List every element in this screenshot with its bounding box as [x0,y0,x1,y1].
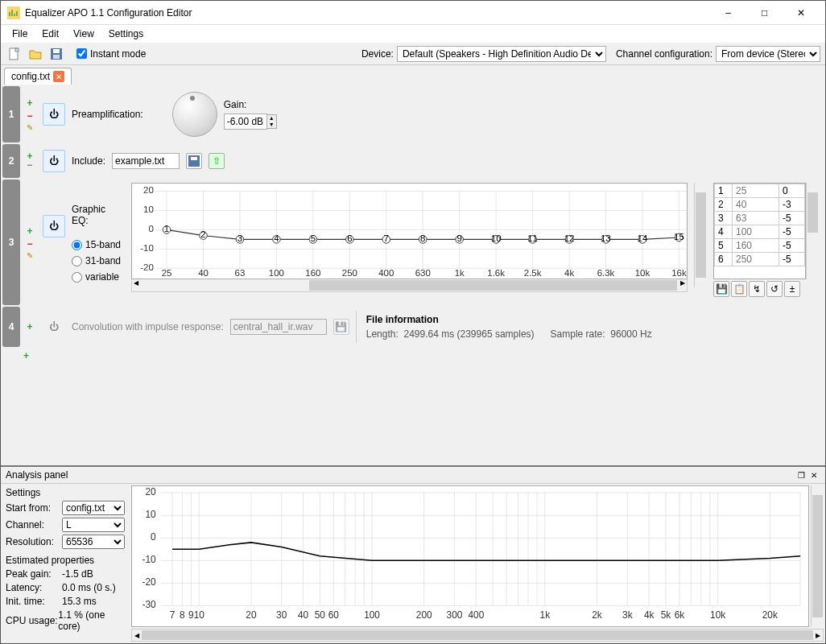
eq-chart[interactable]: 20100-10-20 123456789101112131415 254063… [131,183,688,279]
band-variable-radio[interactable]: variable [72,271,125,283]
browse-ir-button[interactable]: 💾 [333,319,349,335]
window-title: Equalizer APO 1.1 Configuration Editor [25,7,710,19]
power-toggle-off[interactable]: ⏻ [43,316,65,338]
resolution-select[interactable]: 65536 [62,535,125,549]
add-filter-row: + [1,347,825,365]
include-file-input[interactable] [112,153,180,169]
menu-edit[interactable]: Edit [35,27,65,41]
open-file-button[interactable] [27,45,44,63]
menu-file[interactable]: File [6,27,34,41]
close-panel-icon[interactable]: ✕ [807,469,820,481]
device-select[interactable]: Default (Speakers - High Definition Audi… [397,46,606,62]
svg-text:8: 8 [180,609,185,621]
eq-invert-icon[interactable]: ↯ [749,281,765,297]
svg-text:400: 400 [378,268,394,276]
add-filter-icon[interactable]: + [27,97,32,109]
eq-normalize-icon[interactable]: ± [784,281,800,297]
svg-text:630: 630 [415,268,431,276]
file-info-panel: File information Length: 2499.64 ms (239… [356,311,824,343]
svg-text:-10: -10 [142,554,156,565]
toolbar: Instant mode Device: Default (Speakers -… [1,43,825,65]
instant-mode-checkbox[interactable]: Instant mode [76,48,146,60]
eq-band-table[interactable]: 1250240-3363-54100-55160-56250-5 [713,183,806,279]
gain-input[interactable] [224,114,267,130]
add-filter-icon[interactable]: + [27,225,32,237]
analysis-hscrollbar[interactable]: ◀▶ [131,629,824,642]
svg-text:-20: -20 [140,262,154,272]
analysis-panel: Analysis panel ❐ ✕ Settings Start from:c… [1,465,825,643]
svg-text:300: 300 [447,609,463,621]
remove-filter-icon[interactable]: − [27,238,32,250]
filter-side-buttons: + − ✎ [22,86,38,142]
channel-config-select[interactable]: From device (Stereo) [716,46,820,62]
band-15-radio[interactable]: 15-band [72,239,125,250]
close-button[interactable]: ✕ [783,1,819,24]
include-label: Include: [72,155,105,167]
menu-view[interactable]: View [67,27,101,41]
eq-save-icon[interactable]: 💾 [713,281,729,297]
new-file-button[interactable] [6,45,23,63]
svg-text:-10: -10 [140,243,154,253]
filter-index: 1 [2,86,20,142]
undock-icon[interactable]: ❐ [795,469,807,481]
svg-text:10k: 10k [710,609,726,621]
channel-select[interactable]: L [62,518,125,532]
start-from-select[interactable]: config.txt [62,501,125,515]
gain-spinner[interactable]: ▲▼ [224,114,277,130]
svg-text:25: 25 [162,268,172,276]
filter-graphic-eq: 3 + − ✎ ⏻ Graphic EQ: 15-band 31-band va… [2,180,824,305]
file-tab[interactable]: config.txt ✕ [4,68,72,85]
remove-filter-icon[interactable]: − [27,110,32,122]
power-toggle[interactable]: ⏻ [43,215,65,237]
add-filter-end-icon[interactable]: + [23,350,29,361]
edit-filter-icon[interactable]: ✎ [27,123,33,132]
svg-text:5k: 5k [661,609,671,621]
svg-text:4k: 4k [644,609,655,621]
svg-text:100: 100 [364,609,380,621]
band-31-radio[interactable]: 31-band [72,255,125,266]
analysis-vscrollbar[interactable] [811,485,824,627]
svg-text:200: 200 [416,609,432,621]
svg-text:3k: 3k [622,609,633,621]
gain-knob[interactable] [172,92,217,137]
svg-text:2: 2 [200,229,205,239]
gain-label: Gain: [224,99,277,110]
eq-table-vscrollbar[interactable] [806,183,819,279]
svg-text:10k: 10k [635,268,650,276]
svg-text:8: 8 [420,233,425,243]
eq-hscrollbar[interactable]: ◀ ▶ [131,279,688,292]
browse-file-button[interactable] [186,153,202,169]
svg-text:1k: 1k [455,268,465,276]
maximize-button[interactable]: □ [746,1,783,24]
menu-settings[interactable]: Settings [102,27,150,41]
power-toggle[interactable]: ⏻ [43,150,65,172]
minimize-button[interactable]: – [710,1,746,24]
tabstrip: config.txt ✕ [1,65,825,85]
analysis-chart[interactable]: 20100-10-20-30 7891020304050601002003004… [131,485,809,627]
add-filter-icon[interactable]: + [27,321,32,332]
svg-text:1k: 1k [540,609,551,621]
eq-vscrollbar[interactable] [694,183,707,287]
edit-filter-icon[interactable]: ✎ [27,251,33,260]
eq-reset-icon[interactable]: ↺ [766,281,783,297]
svg-text:13: 13 [601,233,611,243]
convolution-label: Convolution with impulse response: [72,321,224,332]
svg-text:10: 10 [145,509,155,520]
expand-icon[interactable]: ˇˇ [27,163,32,171]
filter-include: 2 + ˇˇ ⏻ Include: ⇧ [2,144,824,178]
power-toggle[interactable]: ⏻ [43,103,65,126]
add-filter-icon[interactable]: + [27,151,32,162]
svg-rect-5 [53,55,60,59]
eq-copy-icon[interactable]: 📋 [731,281,747,297]
svg-text:6k: 6k [675,609,685,621]
filter-convolution: 4 + ⏻ Convolution with impulse response:… [2,307,824,347]
tab-close-icon[interactable]: ✕ [53,71,64,82]
svg-text:2.5k: 2.5k [524,268,542,276]
svg-text:63: 63 [235,268,246,276]
svg-text:12: 12 [564,233,575,243]
open-include-button[interactable]: ⇧ [209,153,225,169]
analysis-settings: Settings Start from:config.txt Channel:L… [1,484,130,629]
svg-text:400: 400 [468,609,484,621]
save-file-button[interactable] [47,45,65,63]
svg-text:250: 250 [342,268,357,276]
